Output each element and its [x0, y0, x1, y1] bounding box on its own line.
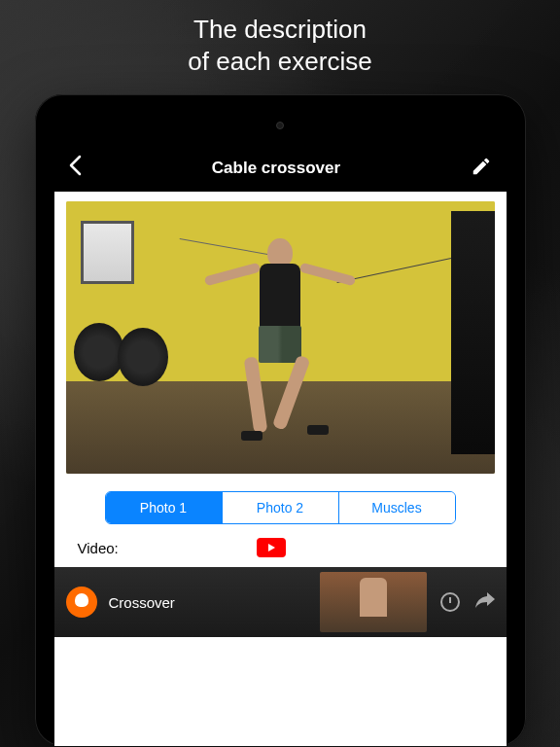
person-torso [260, 264, 300, 330]
content-area: Photo 1 Photo 2 Muscles Video: [54, 192, 507, 567]
edit-button[interactable] [471, 156, 492, 181]
video-actions [440, 592, 495, 613]
photo-cable-rack [451, 211, 495, 454]
watch-later-icon[interactable] [440, 592, 460, 612]
youtube-icon[interactable] [257, 538, 286, 557]
weight-plate [118, 328, 168, 386]
back-button[interactable] [68, 155, 82, 182]
photo-person [212, 238, 348, 452]
chevron-left-icon [68, 155, 82, 176]
video-preview-image [320, 572, 427, 632]
video-section: Video: [66, 538, 495, 567]
person-shoe [241, 431, 262, 441]
person-leg [272, 355, 311, 431]
tablet-camera [276, 122, 284, 129]
share-icon[interactable] [475, 592, 495, 613]
exercise-photo[interactable] [66, 201, 495, 474]
tab-photo-1[interactable]: Photo 1 [106, 492, 223, 523]
person-shorts [259, 326, 301, 363]
pencil-icon [471, 156, 492, 177]
marketing-caption: The description of each exercise [0, 0, 560, 87]
app-screen: Cable crossover [54, 145, 507, 746]
video-thumbnail-row[interactable]: Crossover [54, 567, 507, 637]
video-title: Crossover [109, 594, 320, 611]
photo-weight-plates [74, 323, 171, 391]
preview-person [360, 578, 387, 617]
person-shoe [307, 425, 329, 435]
avatar-person-icon [75, 593, 88, 607]
channel-avatar[interactable] [66, 587, 97, 618]
play-triangle-icon [268, 544, 275, 551]
person-arm [299, 263, 357, 287]
tab-muscles[interactable]: Muscles [339, 492, 455, 523]
person-arm [204, 263, 262, 287]
tab-photo-2[interactable]: Photo 2 [223, 492, 339, 523]
page-title: Cable crossover [212, 159, 340, 178]
marketing-line-2: of each exercise [0, 46, 560, 78]
person-leg [244, 356, 268, 433]
marketing-line-1: The description [0, 14, 560, 46]
navbar: Cable crossover [54, 145, 507, 192]
segmented-control: Photo 1 Photo 2 Muscles [105, 491, 456, 524]
photo-window [81, 221, 134, 284]
weight-plate [74, 323, 124, 381]
video-label: Video: [78, 540, 119, 556]
tablet-frame: Cable crossover [35, 94, 526, 746]
